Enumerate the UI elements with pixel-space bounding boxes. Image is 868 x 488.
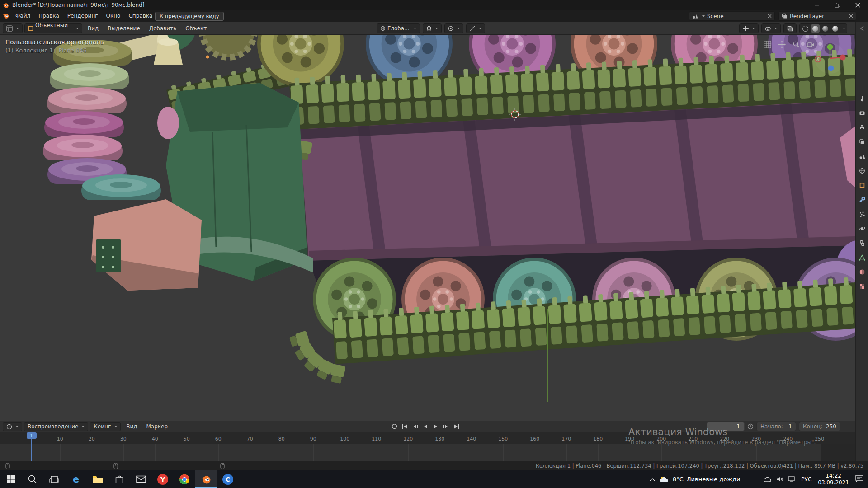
volume-icon[interactable] (777, 476, 783, 482)
auto-keyframe-button[interactable] (390, 422, 399, 431)
viewport-menu-add[interactable]: Добавить (146, 25, 180, 32)
timeline-menu-marker[interactable]: Маркер (143, 423, 172, 430)
timeline-editor-type-button[interactable] (3, 422, 22, 431)
props-tab-texture[interactable] (858, 283, 866, 290)
shading-material-button[interactable] (821, 24, 830, 33)
language-indicator[interactable]: РУС (801, 476, 811, 483)
shading-solid-button[interactable] (811, 24, 820, 33)
taskbar-yandex-icon[interactable]: Y (152, 470, 174, 488)
taskbar-chrome-icon[interactable] (174, 470, 195, 488)
timeline-body[interactable] (0, 444, 855, 461)
timeline-menu-view[interactable]: Вид (123, 423, 141, 430)
taskbar-store-icon[interactable] (108, 470, 130, 488)
network-icon[interactable] (788, 476, 795, 482)
timeline-tracks[interactable]: 1020304050607080901001101201301401501601… (0, 432, 855, 461)
taskbar-search-button[interactable] (22, 470, 43, 488)
shading-rendered-button[interactable] (831, 24, 840, 33)
taskbar-explorer-icon[interactable] (87, 470, 108, 488)
mode-dropdown[interactable]: Объектный ... (24, 23, 82, 33)
scene-unlink-icon[interactable] (768, 14, 772, 18)
hidden-icons-chevron[interactable] (650, 476, 655, 483)
snapping-dropdown[interactable] (423, 23, 442, 33)
timeline-ruler[interactable]: 1020304050607080901001101201301401501601… (0, 432, 855, 444)
weather-widget[interactable]: 8°C Ливневые дожди (655, 476, 745, 483)
viewport-3d-canvas[interactable] (0, 35, 855, 421)
restore-button[interactable] (827, 0, 848, 10)
viewport-move-icon[interactable] (777, 39, 787, 49)
taskbar-blender-icon[interactable] (195, 470, 217, 488)
props-tab-particles[interactable] (858, 211, 866, 217)
jump-to-end-button[interactable] (452, 422, 461, 431)
props-tab-material[interactable] (858, 268, 866, 275)
next-keyframe-button[interactable] (442, 422, 451, 431)
props-tab-render[interactable] (858, 109, 866, 116)
gizmos-dropdown[interactable] (739, 23, 759, 33)
menu-render[interactable]: Рендеринг (63, 10, 102, 22)
prev-keyframe-button[interactable] (410, 422, 420, 431)
viewport-zoom-icon[interactable] (791, 39, 801, 49)
timeline-gridline (788, 444, 788, 461)
props-tab-view-layer[interactable] (858, 138, 866, 145)
props-tab-physics[interactable] (858, 225, 866, 232)
menu-help[interactable]: Справка (124, 10, 156, 22)
frame-end-field[interactable]: Конец:250 (799, 422, 840, 431)
props-tab-tool[interactable] (858, 95, 866, 102)
close-button[interactable] (848, 0, 868, 10)
falloff-dropdown[interactable] (466, 23, 485, 33)
proportional-editing-dropdown[interactable] (444, 23, 463, 33)
playback-menu[interactable]: Воспроизведение (24, 422, 88, 431)
blender-menu-icon[interactable] (2, 12, 10, 19)
viewport-menu-select[interactable]: Выделение (104, 25, 143, 32)
props-tab-world[interactable] (858, 167, 866, 174)
xray-toggle[interactable] (783, 23, 797, 33)
shading-dropdown-caret[interactable] (843, 28, 845, 29)
editor-type-button[interactable] (3, 23, 23, 33)
taskbar-edge-icon[interactable]: e (65, 470, 87, 488)
props-tab-scene[interactable] (858, 153, 866, 160)
taskbar-clock[interactable]: 14:22 03.09.2021 (818, 473, 849, 486)
props-tab-modifiers[interactable] (858, 196, 866, 203)
start-button[interactable] (0, 470, 22, 488)
props-tab-object[interactable] (858, 182, 866, 188)
timeline-editor: Воспроизведение Кеинг Вид Маркер (0, 421, 855, 461)
timeline-tick: 50 (184, 436, 190, 442)
shading-wireframe-button[interactable] (801, 24, 810, 33)
play-reverse-button[interactable] (421, 422, 430, 431)
view-layer-selector[interactable]: RenderLayer (778, 11, 856, 21)
current-frame-field[interactable]: 1 (707, 422, 745, 431)
menu-window[interactable]: Окно (102, 10, 125, 22)
scene-selector[interactable]: Scene (689, 11, 775, 21)
gizmo-x-dot[interactable] (840, 55, 846, 61)
viewport-menu-view[interactable]: Вид (84, 25, 102, 32)
play-button[interactable] (431, 422, 440, 431)
props-tab-constraints[interactable] (858, 239, 866, 246)
action-center-button[interactable] (855, 475, 863, 483)
props-tab-object-data[interactable] (858, 254, 866, 261)
keying-menu[interactable]: Кеинг (90, 422, 121, 431)
menu-edit[interactable]: Правка (34, 10, 63, 22)
view-layer-remove-icon[interactable] (849, 14, 853, 18)
use-preview-range-icon[interactable] (747, 423, 754, 430)
viewport-grid-icon[interactable] (762, 39, 772, 49)
minimize-button[interactable] (807, 0, 827, 10)
rail-collapse-icon[interactable] (860, 26, 864, 33)
jump-to-start-button[interactable] (400, 422, 409, 431)
gizmo-z-dot[interactable] (828, 66, 834, 71)
timeline-gridline (661, 444, 662, 461)
viewport-3d[interactable]: Пользовательская ортогональ (1) Коллекци… (0, 35, 855, 421)
taskbar-c-app-icon[interactable]: C (217, 470, 239, 488)
overlays-dropdown[interactable] (761, 23, 781, 33)
taskbar-mail-icon[interactable] (130, 470, 152, 488)
viewport-menu-object[interactable]: Объект (182, 25, 210, 32)
navigation-gizmo[interactable]: X (814, 41, 846, 75)
frame-start-field[interactable]: Начало:1 (756, 422, 796, 431)
gizmo-y-dot[interactable] (827, 44, 833, 50)
task-view-icon (49, 474, 59, 484)
menu-file[interactable]: Файл (11, 10, 34, 22)
gizmo-x-label: X (816, 57, 819, 61)
props-tab-output[interactable] (858, 124, 866, 131)
back-to-previous-button[interactable]: К предыдущему виду (155, 12, 224, 21)
transform-orientation-dropdown[interactable]: Глоба... (377, 23, 420, 33)
onedrive-cloud-icon[interactable] (764, 477, 772, 482)
task-view-button[interactable] (43, 470, 65, 488)
